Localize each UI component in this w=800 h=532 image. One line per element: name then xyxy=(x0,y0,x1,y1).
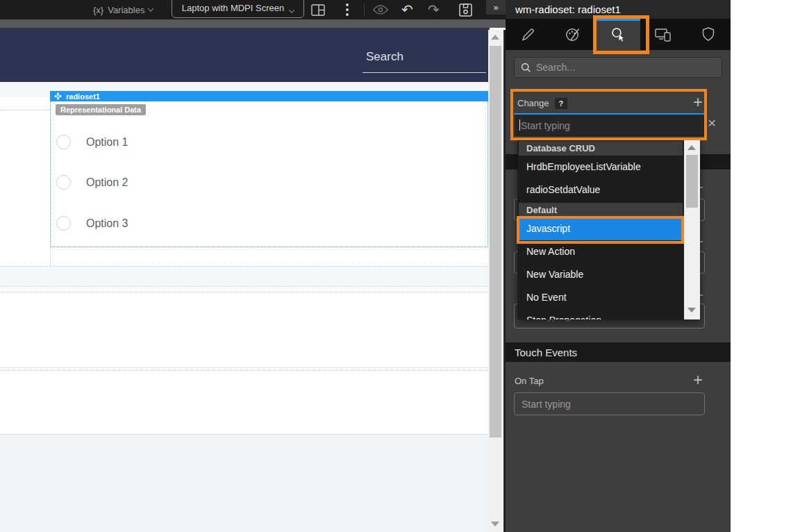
more-options-button[interactable] xyxy=(346,0,349,19)
dropdown-scrollbar[interactable] xyxy=(684,139,700,319)
radio-button-icon[interactable] xyxy=(56,175,71,190)
row-guide-line xyxy=(0,110,50,110)
toolbar-substrip xyxy=(0,19,506,28)
layout-split-icon xyxy=(311,4,325,16)
braces-x-icon: {x} xyxy=(93,5,103,15)
layout-split-button[interactable] xyxy=(311,0,325,19)
search-icon xyxy=(521,63,531,73)
undo-icon: ↶ xyxy=(401,1,413,18)
top-toolbar: {x} Variables Laptop with MDPI Screen ↶ xyxy=(0,0,506,19)
page-search-input[interactable] xyxy=(362,47,486,73)
scroll-up-icon[interactable] xyxy=(491,35,499,40)
row-guide-line xyxy=(0,367,488,368)
tab-styles[interactable] xyxy=(551,19,596,50)
close-icon[interactable]: × xyxy=(708,115,716,131)
scrollbar-thumb[interactable] xyxy=(490,46,501,438)
double-chevron-right-icon: » xyxy=(493,2,498,13)
move-icon[interactable] xyxy=(54,92,62,100)
radio-option[interactable]: Option 3 xyxy=(56,216,128,231)
row-guide-line xyxy=(0,292,488,292)
radio-option-label: Option 3 xyxy=(86,217,128,230)
tab-properties[interactable] xyxy=(506,19,551,50)
scroll-down-icon[interactable] xyxy=(688,308,696,313)
dropdown-item[interactable]: No Event xyxy=(517,286,684,309)
radio-option[interactable]: Option 1 xyxy=(56,135,128,149)
undo-button[interactable]: ↶ xyxy=(401,0,413,19)
row-guide-line xyxy=(0,286,488,287)
scroll-down-icon[interactable] xyxy=(491,522,499,526)
tab-security[interactable] xyxy=(685,19,731,50)
save-icon xyxy=(458,3,473,17)
pencil-icon xyxy=(520,27,535,42)
dropdown-group-header: Database CRUD xyxy=(519,141,683,156)
radioset-widget[interactable]: radioset1 Representational Data Option 1… xyxy=(50,101,488,247)
collapse-panel-button[interactable]: » xyxy=(486,0,506,15)
annotation-box-javascript-item xyxy=(517,216,684,244)
save-button[interactable] xyxy=(458,0,473,19)
toolbar-separator xyxy=(364,3,365,16)
canvas-bottom-area xyxy=(0,435,488,532)
chevron-down-icon xyxy=(289,7,294,13)
radio-option-label: Option 1 xyxy=(86,136,128,149)
selected-widget-title: wm-radioset: radioset1 xyxy=(515,3,621,15)
add-on-tap-event-button[interactable]: + xyxy=(690,373,706,388)
dropdown-item[interactable]: HrdbEmployeeListVariable xyxy=(517,156,684,178)
kebab-menu-icon xyxy=(346,3,349,16)
annotation-box-events-tab xyxy=(593,15,649,54)
device-selector-value: Laptop with MDPI Screen xyxy=(182,3,284,13)
annotation-box-change-event xyxy=(510,89,707,140)
empty-grid-row xyxy=(0,267,488,286)
dropdown-item[interactable]: New Variable xyxy=(517,263,684,286)
touch-events-header: Touch Events xyxy=(506,342,731,362)
on-tap-label: On Tap xyxy=(515,376,544,386)
variables-label: Variables xyxy=(108,5,144,15)
radio-button-icon[interactable] xyxy=(56,216,71,231)
radio-option-label: Option 2 xyxy=(86,176,128,189)
representational-data-badge: Representational Data xyxy=(56,104,146,115)
widget-selection-header[interactable]: radioset1 xyxy=(50,91,488,101)
preview-button[interactable] xyxy=(373,0,388,19)
column-guide-line xyxy=(50,247,51,266)
scroll-up-icon[interactable] xyxy=(688,145,696,150)
shield-icon xyxy=(701,26,716,43)
row-guide-line xyxy=(0,370,488,371)
redo-icon: ↷ xyxy=(428,1,440,18)
devices-icon xyxy=(654,27,672,42)
properties-panel: wm-radioset: radioset1 xyxy=(506,0,731,532)
app-screen: {x} Variables Laptop with MDPI Screen ↶ xyxy=(0,0,800,532)
redo-button[interactable]: ↷ xyxy=(428,0,440,19)
chevron-down-icon xyxy=(148,6,153,11)
on-tap-input[interactable] xyxy=(514,392,705,415)
panel-search-input[interactable] xyxy=(536,62,703,73)
device-selector[interactable]: Laptop with MDPI Screen xyxy=(172,0,304,18)
panel-search[interactable] xyxy=(514,57,722,78)
variables-dropdown[interactable]: {x} Variables xyxy=(93,0,153,19)
page-header xyxy=(0,30,488,82)
touch-events-title: Touch Events xyxy=(515,347,577,358)
eye-icon xyxy=(373,4,388,15)
palette-icon xyxy=(565,27,581,42)
design-canvas: radioset1 Representational Data Option 1… xyxy=(0,30,488,532)
canvas-scrollbar[interactable] xyxy=(488,30,503,532)
radio-option[interactable]: Option 2 xyxy=(56,175,128,190)
widget-name-label: radioset1 xyxy=(66,92,100,101)
dropdown-group-header: Default xyxy=(519,203,683,217)
dropdown-item[interactable]: Stop Propagation xyxy=(517,309,684,319)
dropdown-item[interactable]: radioSetdatValue xyxy=(517,178,684,201)
radio-button-icon[interactable] xyxy=(56,135,71,149)
scrollbar-thumb[interactable] xyxy=(686,155,698,208)
